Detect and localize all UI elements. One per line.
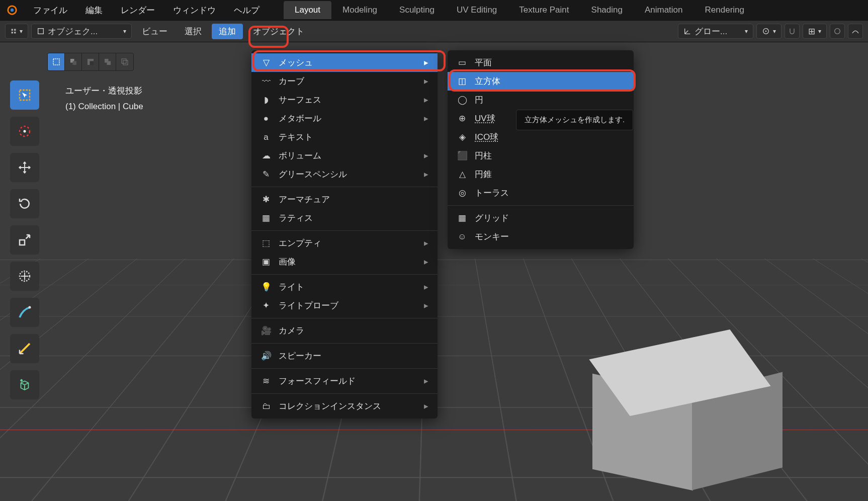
proportional-falloff-dropdown[interactable]: [848, 24, 863, 39]
image-icon: ▣: [261, 257, 272, 267]
cylinder-icon: ⬛: [457, 150, 468, 161]
add-menu-item-camera[interactable]: 🎥カメラ: [251, 321, 438, 340]
select-mode-row: [47, 53, 134, 71]
tool-transform[interactable]: [10, 262, 39, 291]
workspace-modeling[interactable]: Modeling: [331, 1, 388, 19]
menu-window[interactable]: ウィンドウ: [164, 1, 225, 20]
workspace-uvediting[interactable]: UV Editing: [446, 1, 508, 19]
select-box-icon[interactable]: [48, 53, 65, 70]
mesh-submenu-item-circle[interactable]: ◯円: [448, 91, 634, 109]
mesh-submenu-item-label: UV球: [475, 113, 495, 124]
mesh-submenu-item-label: 平面: [475, 57, 492, 68]
chevron-down-icon: ▾: [745, 28, 748, 35]
chevron-right-icon: ▸: [424, 76, 428, 87]
grid-icon: ▦: [457, 213, 468, 223]
select-invert-icon[interactable]: [99, 53, 116, 70]
workspace-shading[interactable]: Shading: [580, 1, 634, 19]
select-subtract-icon[interactable]: [82, 53, 99, 70]
chevron-right-icon: ▸: [424, 257, 428, 267]
add-menu-item-label: テキスト: [279, 131, 313, 143]
pivot-dropdown[interactable]: ▾: [756, 24, 782, 39]
tool-cursor[interactable]: [10, 117, 39, 146]
header-view[interactable]: ビュー: [135, 24, 175, 39]
orientation-dropdown[interactable]: グロー... ▾: [678, 24, 753, 39]
tool-select-box[interactable]: [10, 80, 39, 110]
surface-icon: ◗: [261, 95, 272, 105]
tool-measure[interactable]: [10, 334, 39, 363]
add-menu-item-force[interactable]: ≋フォースフィールド▸: [251, 372, 438, 390]
blender-logo-icon: [6, 4, 18, 16]
menu-render[interactable]: レンダー: [112, 1, 164, 20]
chevron-right-icon: ▸: [424, 401, 428, 411]
mesh-submenu-item-monkey[interactable]: ☺モンキー: [448, 227, 634, 246]
header-select[interactable]: 選択: [178, 24, 209, 39]
add-menu-item-volume[interactable]: ☁ボリューム▸: [251, 146, 438, 165]
header-object[interactable]: オブジェクト: [246, 24, 311, 39]
add-menu-item-label: スピーカー: [279, 350, 321, 362]
tool-header: ▾ オブジェク... ▾ ビュー 選択 追加 オブジェクト グロー... ▾ ▾…: [0, 20, 868, 42]
add-menu-item-label: ボリューム: [279, 150, 321, 161]
tool-scale[interactable]: [10, 225, 39, 255]
tooltip: 立方体メッシュを作成します.: [516, 110, 633, 130]
workspace-rendering[interactable]: Rendering: [694, 1, 755, 19]
add-menu-item-text[interactable]: aテキスト: [251, 128, 438, 146]
mesh-submenu-item-icosphere[interactable]: ◈ICO球: [448, 128, 634, 146]
chevron-down-icon: ▾: [773, 28, 776, 35]
camera-icon: 🎥: [261, 325, 272, 336]
mesh-submenu: ▭平面◫立方体◯円⊕UV球◈ICO球⬛円柱△円錐◎トーラス▦グリッド☺モンキー: [448, 50, 634, 249]
add-menu-item-image[interactable]: ▣画像▸: [251, 253, 438, 271]
tool-annotate[interactable]: [10, 298, 39, 327]
add-menu-item-gpencil[interactable]: ✎グリースペンシル▸: [251, 165, 438, 184]
select-extend-icon[interactable]: [65, 53, 82, 70]
workspace-texturepaint[interactable]: Texture Paint: [508, 1, 580, 19]
add-menu-item-metaball[interactable]: ●メタボール▸: [251, 109, 438, 128]
svg-rect-4: [12, 32, 14, 34]
snap-toggle[interactable]: [785, 24, 800, 39]
torus-icon: ◎: [457, 188, 468, 198]
empty-icon: ⬚: [261, 238, 272, 248]
tool-rotate[interactable]: [10, 189, 39, 218]
mesh-submenu-item-grid[interactable]: ▦グリッド: [448, 209, 634, 227]
mesh-submenu-item-cube[interactable]: ◫立方体: [448, 72, 634, 91]
cube-icon: ◫: [457, 76, 468, 87]
mesh-submenu-item-torus[interactable]: ◎トーラス: [448, 184, 634, 202]
chevron-down-icon: ▾: [123, 28, 126, 35]
mesh-submenu-item-cylinder[interactable]: ⬛円柱: [448, 146, 634, 165]
add-menu-item-empty[interactable]: ⬚エンプティ▸: [251, 234, 438, 253]
menu-help[interactable]: ヘルプ: [225, 1, 269, 20]
add-menu-item-curve[interactable]: 〰カーブ▸: [251, 72, 438, 91]
menu-file[interactable]: ファイル: [24, 1, 76, 20]
menu-edit[interactable]: 編集: [76, 1, 112, 20]
add-menu-item-lightprobe[interactable]: ✦ライトプローブ▸: [251, 296, 438, 315]
add-menu-item-mesh[interactable]: ▽メッシュ▸: [251, 53, 438, 72]
add-menu-item-speaker[interactable]: 🔊スピーカー: [251, 347, 438, 365]
workspace-layout[interactable]: Layout: [284, 1, 331, 19]
svg-point-1: [11, 9, 14, 12]
mode-dropdown[interactable]: オブジェク... ▾: [31, 24, 132, 39]
add-menu-item-light[interactable]: 💡ライト▸: [251, 278, 438, 296]
add-menu-item-collection[interactable]: 🗀コレクションインスタンス▸: [251, 397, 438, 415]
proportional-edit-toggle[interactable]: [830, 24, 845, 39]
svg-rect-14: [90, 61, 94, 65]
mesh-submenu-item-cone[interactable]: △円錐: [448, 165, 634, 184]
add-menu-item-surface[interactable]: ◗サーフェス▸: [251, 91, 438, 109]
curve-icon: 〰: [261, 76, 272, 87]
speaker-icon: 🔊: [261, 351, 272, 361]
svg-rect-10: [53, 59, 59, 65]
select-intersect-icon[interactable]: [116, 53, 133, 70]
mesh-submenu-item-plane[interactable]: ▭平面: [448, 53, 634, 72]
mesh-cube[interactable]: [586, 335, 767, 466]
plane-icon: ▭: [457, 57, 468, 68]
tool-add-cube[interactable]: [10, 370, 39, 399]
snap-dropdown[interactable]: ⊞ ▾: [803, 24, 827, 39]
add-menu-item-lattice[interactable]: ▦ラティス: [251, 209, 438, 227]
workspace-animation[interactable]: Animation: [634, 1, 694, 19]
add-menu-item-armature[interactable]: ✱アーマチュア: [251, 190, 438, 209]
tool-move[interactable]: [10, 153, 39, 182]
header-add[interactable]: 追加: [212, 24, 243, 39]
workspace-sculpting[interactable]: Sculpting: [388, 1, 446, 19]
collection-icon: 🗀: [261, 401, 272, 411]
editor-type-dropdown[interactable]: ▾: [5, 24, 28, 39]
metaball-icon: ●: [261, 114, 272, 124]
uvsphere-icon: ⊕: [457, 113, 468, 124]
